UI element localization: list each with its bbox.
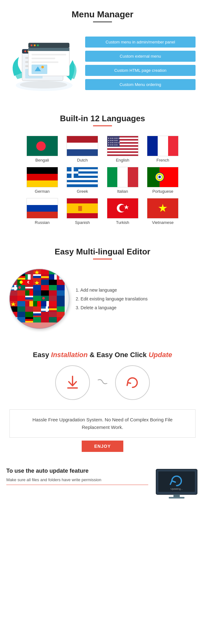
svg-rect-48 [67, 171, 78, 174]
title-italic-install: Installation [51, 351, 88, 359]
hassle-box: Hassle Free Upgradation System. No Need … [9, 409, 196, 438]
multilingual-item-2: 3. Delete a language [76, 303, 148, 312]
hassle-text: Hassle Free Upgradation System. No Need … [19, 416, 186, 431]
languages-underline [93, 125, 112, 126]
install-icons [6, 365, 199, 400]
svg-rect-117 [17, 296, 25, 301]
svg-rect-94 [41, 280, 49, 285]
svg-rect-130 [29, 301, 33, 306]
title-underline [93, 21, 112, 22]
svg-rect-83 [54, 274, 57, 280]
svg-point-123 [42, 297, 45, 299]
flag-label-german: German [35, 189, 50, 194]
svg-rect-177 [169, 497, 184, 499]
menu-btn-1[interactable]: Custom external menu [85, 51, 196, 62]
svg-rect-29 [107, 150, 138, 151]
svg-rect-42 [67, 178, 98, 180]
flag-item-spanish: Spanish [64, 198, 101, 225]
svg-rect-128 [17, 301, 25, 306]
svg-rect-44 [67, 182, 98, 185]
flag-usa: ★ ★ ★ ★ ★ ★ ★ ★ ★ ★ ★ ★ ★ ★ ★ ★ ★ ★ ★ ★ … [107, 136, 138, 156]
svg-rect-113 [41, 290, 49, 296]
svg-point-62 [11, 270, 14, 273]
svg-rect-75 [25, 274, 28, 280]
svg-rect-69 [57, 269, 65, 274]
svg-rect-111 [29, 290, 33, 296]
flag-spanish [67, 198, 98, 219]
svg-rect-99 [9, 287, 17, 289]
multilingual-list: 1. Add new language 2. Edit existing lan… [76, 286, 148, 312]
svg-rect-168 [9, 322, 69, 329]
flag-label-italian: Italian [117, 189, 128, 194]
flag-label-turkish: Turkish [116, 220, 129, 225]
menu-btn-2[interactable]: Custom HTML page creation [85, 65, 196, 76]
section-menu-manager: Menu Manager [0, 0, 205, 101]
menu-btn-0[interactable]: Custom menu in admin/member panel [85, 37, 196, 48]
menu-manager-content: Custom menu in admin/member panel Custom… [6, 32, 199, 95]
flags-globe [9, 269, 69, 329]
svg-text:★ ★ ★ ★ ★: ★ ★ ★ ★ ★ [108, 140, 118, 141]
languages-title: Built-in 12 Languages [6, 114, 199, 123]
svg-text:★ ★ ★ ★ ★: ★ ★ ★ ★ ★ [108, 144, 118, 146]
monitor-container: Updating... [155, 468, 199, 502]
svg-point-56 [119, 205, 126, 212]
svg-rect-155 [49, 312, 57, 317]
multilingual-title: Easy Multi-lingual Editor [6, 247, 199, 257]
svg-rect-166 [49, 317, 57, 322]
flag-item-english: ★ ★ ★ ★ ★ ★ ★ ★ ★ ★ ★ ★ ★ ★ ★ ★ ★ ★ ★ ★ … [104, 136, 141, 162]
title-middle: & Easy One Click [90, 351, 149, 359]
menu-btn-3[interactable]: Custom Menu ordering [85, 79, 196, 90]
svg-rect-147 [57, 306, 65, 312]
multilingual-item-1: 2. Edit existing language translations [76, 294, 148, 303]
svg-rect-112 [33, 290, 41, 296]
svg-rect-45 [67, 185, 98, 187]
svg-rect-115 [57, 290, 65, 296]
flag-item-vietnamese: Vietnamese [144, 198, 182, 225]
svg-rect-134 [46, 301, 49, 306]
flag-greek [67, 167, 98, 187]
flag-item-dutch: Dutch [64, 136, 101, 162]
svg-rect-76 [31, 274, 33, 280]
svg-rect-20 [32, 61, 58, 63]
flag-french [147, 136, 179, 156]
monitor-illustration: Updating... [155, 468, 199, 502]
svg-point-14 [31, 44, 32, 46]
svg-rect-137 [57, 301, 65, 306]
flag-italian [107, 167, 138, 187]
menu-manager-title: Menu Manager [6, 9, 199, 20]
svg-rect-106 [49, 285, 57, 290]
flag-item-italian: Italian [104, 167, 141, 194]
svg-rect-140 [25, 306, 33, 312]
svg-rect-150 [25, 312, 33, 317]
svg-rect-28 [107, 147, 138, 148]
svg-rect-152 [33, 312, 41, 313]
flag-russian [26, 198, 58, 219]
flag-item-turkish: Turkish [104, 198, 141, 225]
svg-text:Updating...: Updating... [171, 487, 183, 490]
flag-label-portuguese: Portuguese [152, 189, 173, 194]
svg-rect-154 [41, 312, 49, 317]
multilingual-underline [93, 259, 112, 259]
svg-rect-136 [49, 301, 57, 306]
svg-rect-17 [28, 48, 69, 51]
svg-rect-119 [25, 296, 33, 297]
svg-rect-18 [32, 54, 66, 55]
section-installation: Easy Installation & Easy One Click Updat… [0, 338, 205, 458]
svg-rect-141 [33, 306, 41, 312]
svg-point-23 [41, 66, 44, 68]
svg-rect-107 [57, 285, 65, 290]
svg-rect-121 [33, 296, 41, 301]
install-download-circle [55, 365, 90, 400]
svg-point-88 [20, 281, 23, 284]
autoupdate-description: Make sure all files and folders have wri… [6, 477, 148, 485]
svg-rect-132 [37, 301, 41, 306]
flag-label-bengali: Bengali [35, 158, 49, 162]
enjoy-button[interactable]: ENJOY [82, 441, 123, 452]
enjoy-container: ENJOY [6, 441, 199, 452]
svg-point-4 [24, 50, 26, 52]
flag-item-russian: Russian [24, 198, 61, 225]
svg-rect-95 [49, 280, 57, 285]
flags-grid: Bengali Dutch [24, 136, 181, 225]
svg-rect-153 [33, 316, 41, 317]
svg-rect-176 [173, 494, 180, 497]
